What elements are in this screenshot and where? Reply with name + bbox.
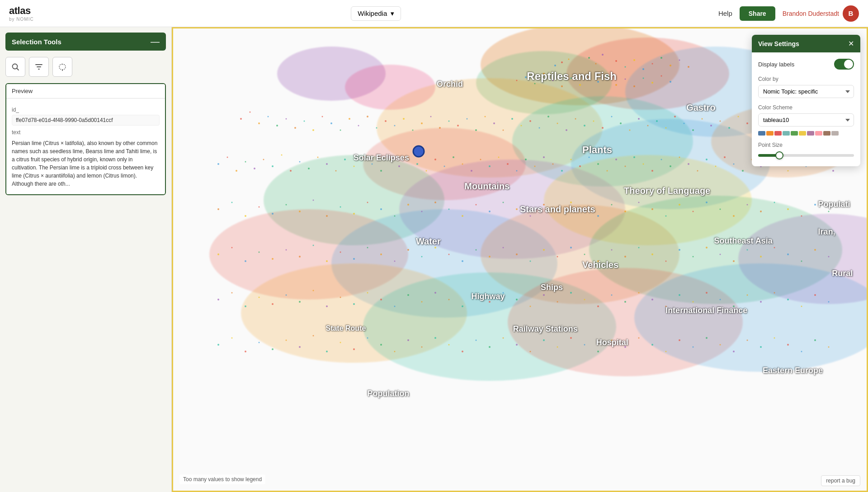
svg-point-38 bbox=[660, 57, 662, 59]
svg-point-126 bbox=[217, 163, 219, 165]
svg-point-145 bbox=[390, 159, 391, 160]
lasso-icon bbox=[58, 63, 66, 71]
svg-point-134 bbox=[290, 170, 292, 172]
point-size-slider-thumb bbox=[775, 151, 783, 159]
svg-point-89 bbox=[503, 130, 504, 131]
svg-point-177 bbox=[679, 157, 680, 158]
color-swatch bbox=[831, 131, 839, 136]
tool-icons-row bbox=[5, 57, 166, 77]
svg-point-166 bbox=[579, 165, 581, 167]
svg-point-160 bbox=[525, 159, 527, 160]
svg-point-306 bbox=[476, 295, 477, 296]
svg-point-351 bbox=[462, 351, 463, 352]
svg-point-173 bbox=[643, 164, 644, 165]
point-size-label: Point Size bbox=[758, 142, 854, 148]
svg-point-340 bbox=[313, 335, 314, 337]
color-swatch bbox=[807, 131, 814, 136]
svg-point-221 bbox=[570, 201, 572, 203]
svg-point-82 bbox=[439, 127, 441, 129]
svg-point-75 bbox=[376, 127, 377, 129]
svg-point-333 bbox=[217, 344, 219, 346]
svg-point-152 bbox=[453, 156, 454, 158]
display-labels-row: Display labels bbox=[758, 59, 854, 70]
share-button[interactable]: Share bbox=[740, 6, 775, 21]
svg-point-236 bbox=[774, 202, 775, 203]
display-labels-toggle[interactable] bbox=[834, 59, 854, 70]
svg-point-101 bbox=[611, 116, 613, 117]
svg-point-41 bbox=[688, 66, 689, 68]
svg-point-88 bbox=[493, 122, 495, 124]
svg-point-201 bbox=[299, 211, 301, 212]
svg-point-302 bbox=[421, 301, 423, 303]
svg-point-297 bbox=[353, 303, 355, 305]
svg-point-68 bbox=[312, 129, 314, 131]
lasso-tool-button[interactable] bbox=[52, 57, 72, 77]
view-settings-close-button[interactable]: ✕ bbox=[848, 39, 854, 48]
svg-point-52 bbox=[607, 75, 608, 77]
svg-point-314 bbox=[584, 299, 585, 300]
svg-point-373 bbox=[760, 346, 762, 348]
id-field-value: ffe07d78-e01d-4f48-9990-0a5d00141ccf bbox=[12, 115, 160, 126]
color-by-select[interactable]: Nomic Topic: specific bbox=[758, 85, 854, 98]
svg-line-1 bbox=[17, 69, 19, 70]
svg-point-87 bbox=[485, 116, 486, 117]
filter-tool-button[interactable] bbox=[29, 57, 49, 77]
dataset-selector[interactable]: Wikipedia ▾ bbox=[351, 6, 401, 21]
svg-point-148 bbox=[416, 163, 418, 165]
svg-point-51 bbox=[597, 81, 599, 83]
dataset-label: Wikipedia bbox=[358, 9, 387, 17]
svg-point-66 bbox=[294, 127, 296, 129]
svg-point-116 bbox=[746, 122, 748, 124]
svg-point-369 bbox=[706, 337, 708, 339]
help-button[interactable]: Help bbox=[718, 9, 732, 17]
svg-point-131 bbox=[263, 159, 264, 160]
svg-point-330 bbox=[801, 306, 802, 307]
svg-point-112 bbox=[710, 125, 712, 127]
header-center: Wikipedia ▾ bbox=[351, 6, 401, 21]
svg-point-113 bbox=[720, 121, 721, 122]
report-bug-button[interactable]: report a bug bbox=[821, 475, 860, 486]
map-container[interactable]: Reptiles and Fish Orchid Gastro Plants S… bbox=[172, 27, 868, 492]
svg-point-91 bbox=[521, 125, 522, 127]
svg-point-227 bbox=[651, 208, 653, 210]
point-size-slider-container[interactable] bbox=[758, 151, 854, 160]
svg-point-114 bbox=[728, 127, 730, 129]
svg-point-258 bbox=[448, 254, 450, 255]
logo-atlas: atlas bbox=[9, 5, 34, 17]
svg-point-238 bbox=[801, 216, 802, 217]
svg-point-65 bbox=[286, 118, 287, 120]
svg-point-287 bbox=[217, 299, 219, 300]
selection-tools-collapse[interactable]: — bbox=[151, 37, 160, 46]
svg-point-375 bbox=[787, 344, 789, 346]
svg-point-307 bbox=[489, 301, 491, 303]
header: atlas by NOMIC Wikipedia ▾ Help Share Br… bbox=[0, 0, 868, 27]
svg-point-282 bbox=[774, 247, 775, 248]
svg-point-339 bbox=[299, 346, 301, 348]
svg-point-342 bbox=[340, 342, 341, 343]
svg-point-367 bbox=[679, 339, 680, 341]
svg-point-329 bbox=[787, 299, 789, 300]
svg-point-115 bbox=[738, 116, 739, 117]
svg-point-337 bbox=[272, 348, 274, 350]
chevron-down-icon: ▾ bbox=[391, 9, 394, 18]
svg-point-249 bbox=[326, 260, 328, 262]
svg-point-53 bbox=[615, 84, 617, 86]
map-canvas[interactable]: Reptiles and Fish Orchid Gastro Plants S… bbox=[173, 28, 867, 491]
text-field-label: text bbox=[12, 129, 160, 136]
svg-point-61 bbox=[250, 112, 251, 113]
color-by-label: Color by bbox=[758, 76, 854, 82]
svg-point-44 bbox=[534, 83, 536, 84]
svg-point-363 bbox=[624, 346, 626, 348]
svg-point-343 bbox=[353, 348, 355, 350]
svg-point-300 bbox=[394, 306, 396, 307]
svg-point-158 bbox=[507, 163, 509, 165]
svg-point-170 bbox=[615, 159, 617, 160]
search-tool-button[interactable] bbox=[5, 57, 25, 77]
svg-point-379 bbox=[413, 146, 424, 157]
svg-point-60 bbox=[240, 118, 242, 120]
svg-point-33 bbox=[615, 60, 617, 62]
svg-point-359 bbox=[570, 337, 572, 339]
color-scheme-select[interactable]: tableau10 bbox=[758, 113, 854, 127]
svg-point-315 bbox=[597, 305, 599, 307]
svg-point-316 bbox=[611, 295, 613, 296]
